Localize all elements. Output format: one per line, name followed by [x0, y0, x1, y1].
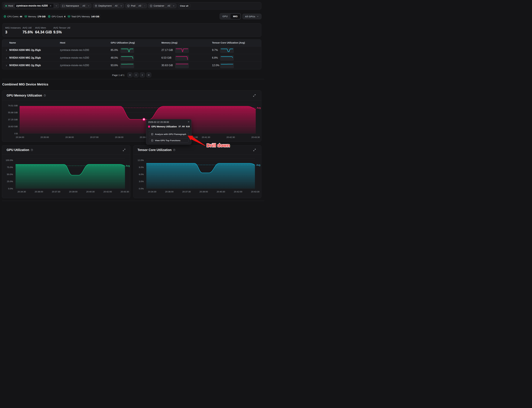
- svg-text:Drill down: Drill down: [207, 143, 230, 148]
